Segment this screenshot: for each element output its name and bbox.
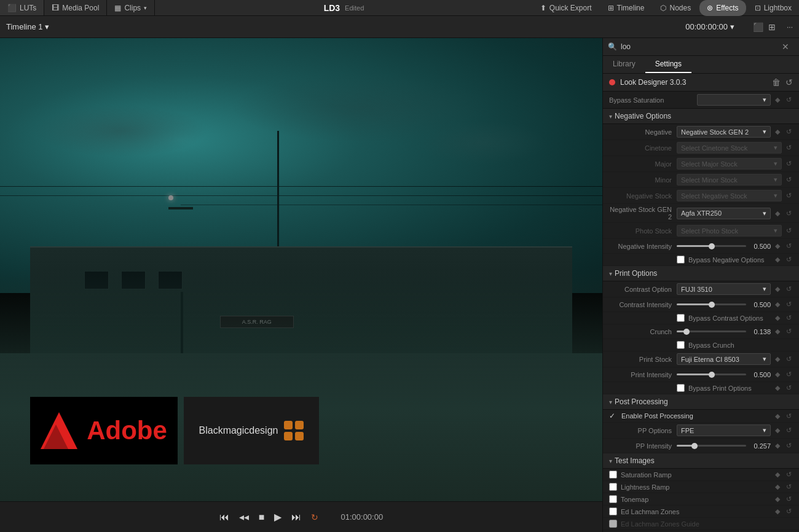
negative-options-section[interactable]: ▾ Negative Options <box>603 109 799 124</box>
reset-icon[interactable]: ↺ <box>784 300 793 308</box>
crunch-slider[interactable] <box>677 331 746 332</box>
diamond-icon[interactable]: ◆ <box>773 128 782 136</box>
reset-icon[interactable]: ↺ <box>784 209 793 217</box>
pp-intensity-slider[interactable] <box>677 445 746 447</box>
timeline-name[interactable]: Timeline 1 ▾ <box>6 22 49 31</box>
diamond-icon[interactable]: ◆ <box>773 285 782 293</box>
search-input[interactable] <box>621 42 773 51</box>
reset-icon[interactable]: ↺ <box>784 495 793 503</box>
post-processing-section[interactable]: ▾ Post Processing <box>603 394 799 410</box>
media-pool-nav[interactable]: 🎞 Media Pool <box>44 0 107 15</box>
lightness-ramp-checkbox[interactable] <box>609 483 617 491</box>
display-icon[interactable]: ⬛ <box>753 22 763 32</box>
diamond-icon[interactable]: ◆ <box>773 256 782 264</box>
skip-start-btn[interactable]: ⏮ <box>219 512 229 523</box>
grid-icon[interactable]: ⊞ <box>768 22 776 32</box>
diamond-icon[interactable]: ◆ <box>773 426 782 434</box>
luts-nav[interactable]: ⬛ LUTs <box>0 0 44 15</box>
diamond-icon[interactable]: ◆ <box>773 209 782 217</box>
diamond-icon[interactable]: ◆ <box>773 495 782 503</box>
minor-dropdown[interactable]: Select Minor Stock ▾ <box>677 174 782 186</box>
quick-export-btn[interactable]: ⬆ Quick Export <box>533 0 599 16</box>
neg-stock-gen2-dropdown[interactable]: Agfa XTR250 ▾ <box>677 208 771 219</box>
reset-icon[interactable]: ↺ <box>784 327 793 335</box>
saturation-ramp-checkbox[interactable] <box>609 471 617 479</box>
tab-library[interactable]: Library <box>603 56 645 73</box>
reset-icon[interactable]: ↺ <box>784 242 793 250</box>
negative-dropdown[interactable]: Negative Stock GEN 2 ▾ <box>677 126 771 138</box>
diamond-icon[interactable]: ◆ <box>773 370 782 378</box>
pp-options-dropdown[interactable]: FPE ▾ <box>677 424 771 436</box>
diamond-icon[interactable]: ◆ <box>773 314 782 322</box>
negative-stock-dropdown[interactable]: Select Negative Stock ▾ <box>677 190 782 201</box>
print-intensity-slider[interactable] <box>677 374 746 375</box>
tonemap-checkbox[interactable] <box>609 495 617 503</box>
plugin-active-dot[interactable] <box>609 79 615 85</box>
bypass-contrast-checkbox[interactable] <box>677 314 685 322</box>
bypass-crunch-checkbox[interactable] <box>677 341 685 349</box>
print-options-section[interactable]: ▾ Print Options <box>603 266 799 281</box>
tab-settings[interactable]: Settings <box>645 56 691 73</box>
diamond-icon[interactable]: ◆ <box>773 355 782 363</box>
loop-btn[interactable]: ↻ <box>311 512 318 522</box>
diamond-icon[interactable]: ◆ <box>773 96 782 104</box>
reset-icon[interactable]: ↺ <box>784 507 793 515</box>
contrast-option-dropdown[interactable]: FUJI 3510 ▾ <box>677 283 771 295</box>
close-icon[interactable]: ✕ <box>777 42 794 52</box>
bypass-print-checkbox[interactable] <box>677 384 685 392</box>
reset-icon[interactable]: ↺ <box>784 442 793 450</box>
reset-icon[interactable]: ↺ <box>784 355 793 363</box>
reset-icon[interactable]: ↺ <box>784 412 793 420</box>
reset-icon[interactable]: ↺ <box>784 176 793 184</box>
major-param-row: Major Select Major Stock ▾ ↺ <box>603 156 799 172</box>
skip-end-btn[interactable]: ⏭ <box>291 512 301 523</box>
cinetone-dropdown[interactable]: Select Cinetone Stock ▾ <box>677 142 782 154</box>
diamond-icon[interactable]: ◆ <box>773 507 782 515</box>
bypass-saturation-dropdown[interactable]: ▾ <box>697 94 771 106</box>
major-dropdown[interactable]: Select Major Stock ▾ <box>677 158 782 170</box>
reset-icon[interactable]: ↺ <box>784 144 793 152</box>
bypass-neg-options-checkbox[interactable] <box>677 256 685 264</box>
diamond-icon[interactable]: ◆ <box>773 384 782 392</box>
pp-intensity-value: 0.257 <box>749 442 771 450</box>
timeline-btn[interactable]: ⊞ Timeline <box>600 0 652 16</box>
stop-btn[interactable]: ■ <box>259 512 265 523</box>
minor-icons: ↺ <box>784 176 793 184</box>
diamond-icon[interactable]: ◆ <box>773 327 782 335</box>
prev-frame-btn[interactable]: ◂◂ <box>239 511 249 523</box>
print-stock-dropdown[interactable]: Fuji Eterna CI 8503 ▾ <box>677 353 771 365</box>
reset-icon[interactable]: ↺ <box>784 227 793 235</box>
more-options[interactable]: ··· <box>787 23 793 31</box>
reset-icon[interactable]: ↺ <box>784 426 793 434</box>
clips-nav[interactable]: ▦ Clips ▾ <box>107 0 155 15</box>
diamond-icon[interactable]: ◆ <box>773 242 782 250</box>
reset-icon[interactable]: ↺ <box>784 96 793 104</box>
ed-lachman-guide-checkbox[interactable] <box>609 520 617 528</box>
reset-icon[interactable]: ↺ <box>784 483 793 491</box>
photo-stock-dropdown[interactable]: Select Photo Stock ▾ <box>677 225 782 237</box>
diamond-icon[interactable]: ◆ <box>773 412 782 420</box>
trash-icon[interactable]: 🗑 <box>772 77 781 87</box>
reset-icon[interactable]: ↺ <box>784 160 793 168</box>
nodes-btn[interactable]: ⬡ Nodes <box>653 0 698 16</box>
diamond-icon[interactable]: ◆ <box>773 471 782 479</box>
neg-intensity-slider[interactable] <box>677 245 746 247</box>
test-images-section[interactable]: ▾ Test Images <box>603 453 799 469</box>
ed-lachman-zones-checkbox[interactable] <box>609 507 617 515</box>
reset-icon[interactable]: ↺ <box>784 128 793 136</box>
effects-btn[interactable]: ⊛ Effects <box>699 0 746 16</box>
diamond-icon[interactable]: ◆ <box>773 300 782 308</box>
lightbox-btn[interactable]: ⊡ Lightbox <box>747 0 799 16</box>
diamond-icon[interactable]: ◆ <box>773 483 782 491</box>
play-btn[interactable]: ▶ <box>274 511 281 523</box>
reset-icon[interactable]: ↺ <box>785 77 793 87</box>
contrast-intensity-slider[interactable] <box>677 303 746 305</box>
diamond-icon[interactable]: ◆ <box>773 442 782 450</box>
reset-icon[interactable]: ↺ <box>784 256 793 264</box>
reset-icon[interactable]: ↺ <box>784 370 793 378</box>
reset-icon[interactable]: ↺ <box>784 285 793 293</box>
reset-icon[interactable]: ↺ <box>784 384 793 392</box>
reset-icon[interactable]: ↺ <box>784 471 793 479</box>
reset-icon[interactable]: ↺ <box>784 314 793 322</box>
reset-icon[interactable]: ↺ <box>784 192 793 200</box>
